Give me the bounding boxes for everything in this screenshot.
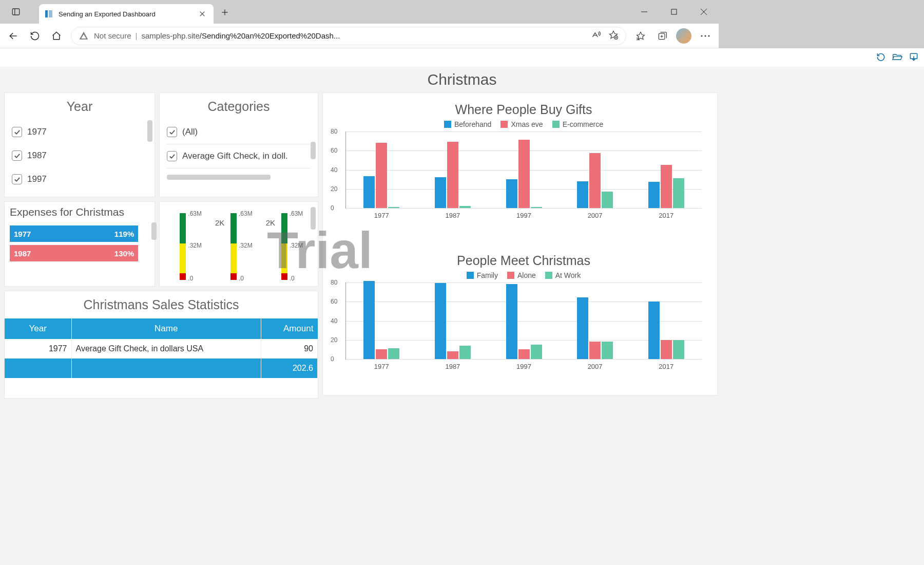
svg-rect-14 (83, 35, 84, 37)
dashboard-title: Christmas (0, 67, 719, 92)
legend-item[interactable]: At Work (545, 271, 581, 279)
year-filter-item[interactable]: 1977 (12, 120, 147, 144)
chart-gifts-plot[interactable]: 02040608019771987199720072017 (345, 131, 702, 209)
address-text: Not secure | samples-php.site/Sending%20… (94, 31, 340, 40)
gauge: .63M .32M .0 2K (268, 207, 311, 286)
avatar-icon (676, 28, 691, 44)
chart-gifts-legend: Beforehand Xmas eve E-commerce (345, 120, 702, 128)
close-window-button[interactable] (689, 0, 719, 24)
scrollbar-thumb[interactable] (311, 207, 316, 230)
gauges-panel: .63M .32M .0 .63M .32M .0 2K .63M (159, 201, 318, 287)
table-header-row: Year Name Amount (5, 318, 318, 339)
browser-toolbar: Not secure | samples-php.site/Sending%20… (0, 24, 719, 48)
expenses-bar[interactable]: 1977119% (10, 225, 138, 242)
categories-filter-item[interactable]: (All) (167, 120, 311, 144)
svg-rect-2 (45, 10, 48, 17)
table-row[interactable]: 1977 Average Gift Check, in dollars USA … (5, 339, 318, 359)
chart-meet-legend: Family Alone At Work (345, 271, 702, 279)
read-aloud-icon[interactable] (591, 30, 601, 42)
chart-gifts: Where People Buy Gifts Beforehand Xmas e… (323, 93, 717, 244)
legend-item[interactable]: Beforehand (444, 120, 491, 128)
sales-table: Year Name Amount 1977 Average Gift Check… (5, 318, 318, 378)
back-button[interactable] (3, 26, 24, 46)
legend-item[interactable]: Family (467, 271, 498, 279)
categories-filter-panel: Categories (All) Average Gift Check, in … (159, 92, 318, 197)
checkbox-checked-icon (12, 127, 22, 137)
window-controls (629, 0, 719, 24)
legend-item[interactable]: E-commerce (552, 120, 603, 128)
not-secure-label: Not secure (94, 31, 131, 40)
year-filter-item[interactable]: 1997 (12, 167, 147, 191)
sales-table-panel: Christmans Sales Statistics Year Name Am… (4, 291, 318, 399)
year-filter-title: Year (5, 93, 155, 120)
svg-point-26 (701, 35, 702, 36)
legend-item[interactable]: Xmas eve (500, 120, 543, 128)
checkbox-checked-icon (167, 151, 177, 161)
url-path: /Sending%20an%20Exported%20Dash... (200, 31, 340, 40)
scrollbar-thumb[interactable] (147, 120, 152, 142)
menu-button[interactable] (695, 26, 716, 46)
svg-point-27 (704, 35, 706, 36)
scrollbar-thumb-h[interactable] (167, 175, 271, 180)
gauge: .63M .32M .0 (166, 207, 209, 286)
svg-rect-3 (49, 10, 52, 17)
svg-rect-0 (12, 9, 20, 15)
expenses-bar[interactable]: 1987130% (10, 245, 138, 261)
dashboard-toolbar (0, 48, 719, 67)
sales-table-title: Christmans Sales Statistics (5, 291, 318, 318)
home-button[interactable] (46, 26, 67, 46)
table-header[interactable]: Year (5, 318, 71, 339)
address-bar[interactable]: Not secure | samples-php.site/Sending%20… (71, 27, 626, 45)
collections-button[interactable] (652, 26, 672, 46)
chart-meet: People Meet Christmas Family Alone At Wo… (323, 244, 717, 395)
expenses-panel: Expenses for Christmas 1977119% 1987130% (4, 201, 155, 287)
legend-item[interactable]: Alone (507, 271, 536, 279)
chart-gifts-title: Where People Buy Gifts (345, 97, 702, 120)
page-container: Christmas Trial Year 1977 1987 1997 Cate… (0, 48, 719, 439)
expenses-title: Expenses for Christmas (5, 202, 155, 222)
year-filter-panel: Year 1977 1987 1997 (4, 92, 155, 197)
charts-panel: Where People Buy Gifts Beforehand Xmas e… (322, 92, 718, 396)
gauge: .63M .32M .0 2K (217, 207, 260, 286)
favorites-button[interactable] (630, 26, 651, 46)
svg-point-13 (83, 37, 84, 38)
table-header[interactable]: Name (71, 318, 261, 339)
chart-meet-title: People Meet Christmas (345, 248, 702, 271)
checkbox-checked-icon (12, 174, 22, 184)
table-total-row: 202.6 (5, 359, 318, 378)
new-tab-button[interactable] (214, 1, 236, 24)
year-filter-list[interactable]: 1977 1987 1997 (5, 120, 155, 191)
dashboard-grid: Year 1977 1987 1997 Categories (All) Ave… (0, 92, 719, 399)
maximize-button[interactable] (659, 0, 689, 24)
tab-favicon (44, 9, 53, 18)
scrollbar-thumb[interactable] (311, 142, 316, 159)
tab-actions-button[interactable] (4, 0, 28, 24)
browser-titlebar: Sending an Exported Dashboard (0, 0, 719, 24)
svg-rect-9 (671, 9, 677, 14)
chart-meet-plot[interactable]: 02040608019771987199720072017 (345, 282, 702, 360)
categories-filter-list[interactable]: (All) Average Gift Check, in doll. (160, 120, 318, 180)
checkbox-checked-icon (12, 150, 22, 161)
categories-filter-item[interactable]: Average Gift Check, in doll. (167, 144, 311, 168)
scrollbar-thumb[interactable] (151, 222, 157, 240)
url-host: samples-php.site (141, 31, 199, 40)
checkbox-checked-icon (167, 127, 177, 137)
categories-filter-title: Categories (160, 93, 318, 120)
year-filter-item[interactable]: 1987 (12, 144, 147, 167)
table-header[interactable]: Amount (261, 318, 318, 339)
svg-point-28 (708, 35, 709, 36)
not-secure-icon (79, 31, 89, 41)
browser-tab[interactable]: Sending an Exported Dashboard (39, 4, 214, 24)
add-favorite-icon[interactable] (608, 30, 619, 42)
minimize-button[interactable] (629, 0, 659, 24)
tab-close-button[interactable] (198, 10, 206, 18)
dashboard: Christmas Trial Year 1977 1987 1997 Cate… (0, 67, 719, 439)
tab-title: Sending an Exported Dashboard (59, 10, 194, 18)
profile-button[interactable] (673, 26, 694, 46)
refresh-button[interactable] (25, 26, 45, 46)
